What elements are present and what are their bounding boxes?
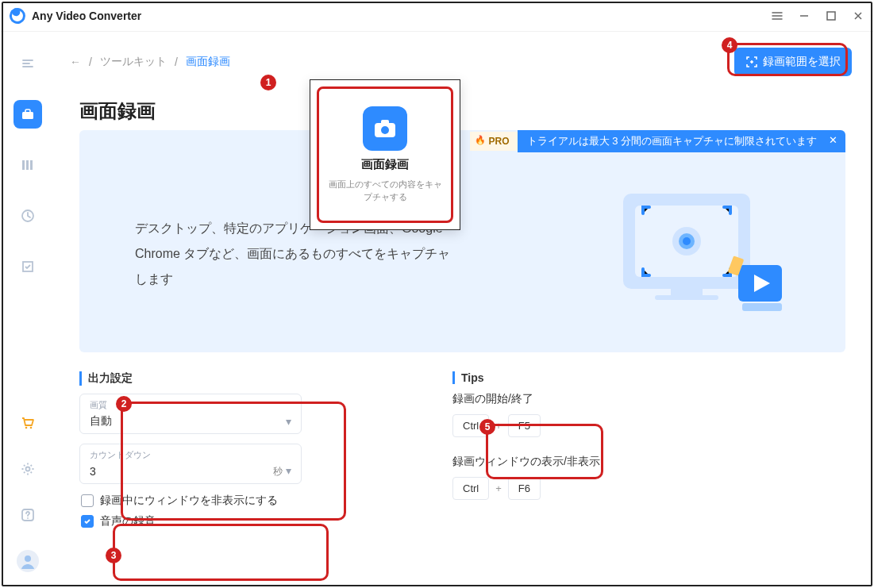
sidebar-item-history[interactable]	[13, 202, 42, 230]
annotation-badge-2: 2	[116, 396, 132, 412]
breadcrumb-current: 画面録画	[186, 55, 230, 69]
breadcrumb-parent[interactable]: ツールキット	[100, 55, 167, 69]
sidebar	[0, 32, 56, 588]
annotation-ring-3	[113, 524, 329, 581]
svg-rect-19	[655, 295, 718, 300]
checkbox-icon	[81, 494, 94, 507]
pro-message: トライアルは最大 3 分間の画面キャプチャに制限されています ✕	[518, 130, 845, 152]
quality-select[interactable]: 画質 自動 ▾	[79, 394, 302, 434]
hide-window-checkbox[interactable]: 録画中にウィンドウを非表示にする	[79, 494, 302, 508]
camera-icon	[363, 106, 407, 151]
countdown-select[interactable]: カウントダウン 3 秒▾	[79, 444, 302, 484]
close-button[interactable]	[852, 10, 864, 22]
crop-icon	[745, 56, 758, 68]
app-logo-icon	[7, 6, 28, 26]
output-settings-section: 出力設定 画質 自動 ▾ カウントダウン 3 秒▾	[79, 371, 302, 528]
select-area-button[interactable]: 録画範囲を選択	[734, 48, 852, 76]
title-bar: Any Video Converter	[0, 0, 874, 32]
tip-toggle-window-label: 録画ウィンドウの表示/非表示	[452, 455, 754, 469]
svg-rect-25	[381, 120, 389, 125]
checkbox-checked-icon	[81, 515, 94, 528]
screen-illustration-icon	[607, 186, 798, 329]
annotation-badge-4: 4	[722, 37, 737, 53]
chevron-down-icon: ▾	[286, 415, 291, 428]
svg-point-26	[381, 126, 389, 134]
pro-badge: PRO	[470, 132, 518, 151]
sidebar-settings-icon[interactable]	[13, 455, 42, 483]
minimize-button[interactable]	[798, 10, 810, 22]
svg-point-12	[25, 555, 31, 562]
tips-heading: Tips	[452, 371, 754, 384]
pro-close-icon[interactable]: ✕	[829, 134, 837, 146]
svg-rect-22	[742, 303, 782, 311]
svg-rect-2	[22, 160, 25, 170]
sidebar-item-toolkit[interactable]	[13, 100, 42, 129]
sidebar-avatar[interactable]	[13, 547, 42, 575]
tip-start-stop-label: 録画の開始/終了	[452, 392, 754, 406]
record-audio-checkbox[interactable]: 音声の録音	[79, 514, 302, 528]
svg-point-9	[26, 467, 30, 471]
sidebar-item-library[interactable]	[13, 151, 42, 179]
sidebar-item-tasks[interactable]	[13, 252, 42, 281]
annotation-badge-3: 3	[106, 548, 121, 563]
svg-rect-1	[22, 112, 33, 119]
feature-card-title: 画面録画	[361, 157, 409, 172]
app-name: Any Video Converter	[32, 10, 141, 22]
sidebar-help-icon[interactable]	[13, 501, 42, 529]
svg-rect-0	[827, 12, 835, 20]
svg-point-7	[25, 427, 28, 429]
annotation-badge-1: 1	[260, 75, 276, 90]
breadcrumb-back-icon[interactable]: ←	[70, 56, 81, 68]
feature-card-subtitle: 画面上のすべての内容をキャプチャする	[325, 179, 445, 203]
chevron-down-icon: ▾	[286, 464, 291, 477]
sidebar-cart-icon[interactable]	[13, 409, 42, 437]
hero-banner: PRO トライアルは最大 3 分間の画面キャプチャに制限されています ✕ デスク…	[79, 130, 845, 352]
output-settings-heading: 出力設定	[79, 371, 302, 386]
sidebar-collapse-icon[interactable]	[13, 49, 42, 78]
feature-card-popup: 画面録画 画面上のすべての内容をキャプチャする	[310, 79, 460, 230]
tips-section: Tips 録画の開始/終了 Ctrl + F5 録画ウィンドウの表示/非表示 C…	[452, 371, 754, 528]
svg-rect-3	[26, 160, 29, 170]
svg-point-17	[683, 237, 691, 245]
svg-rect-4	[30, 160, 33, 170]
svg-rect-18	[671, 289, 703, 295]
svg-point-8	[30, 427, 33, 429]
hamburger-icon[interactable]	[771, 10, 784, 22]
page-title: 画面録画	[79, 98, 852, 124]
tip-toggle-window-keys: Ctrl + F6	[452, 477, 754, 500]
tip-start-stop-keys: Ctrl + F5	[452, 414, 754, 437]
maximize-button[interactable]	[825, 10, 837, 22]
annotation-badge-5: 5	[479, 419, 495, 435]
breadcrumb: ← / ツールキット / 画面録画	[70, 55, 230, 69]
